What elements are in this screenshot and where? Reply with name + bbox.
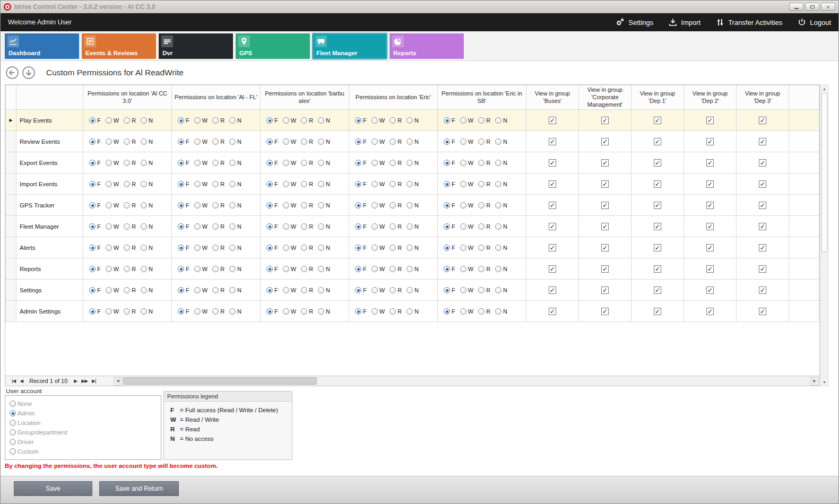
group-checkbox[interactable]: ✓ <box>549 286 556 294</box>
permission-radio-R[interactable]: R <box>212 181 224 187</box>
permission-radio-F[interactable]: F <box>444 160 455 166</box>
group-checkbox[interactable]: ✓ <box>654 265 661 273</box>
permission-radio-N[interactable]: N <box>495 245 507 251</box>
permission-column-header-2[interactable]: Permissions on location 'barbu alex' <box>261 85 349 110</box>
permission-radio-F[interactable]: F <box>444 138 455 145</box>
permission-radio-N[interactable]: N <box>141 202 153 208</box>
permission-radio-R[interactable]: R <box>124 160 136 166</box>
permission-radio-R[interactable]: R <box>212 287 224 293</box>
permission-radio-R[interactable]: R <box>301 202 313 208</box>
permission-radio-N[interactable]: N <box>141 223 153 230</box>
permission-radio-F[interactable]: F <box>89 138 101 145</box>
group-checkbox[interactable]: ✓ <box>759 202 766 209</box>
permission-radio-F[interactable]: F <box>266 245 278 251</box>
grid-row-reports[interactable]: ReportsFWRNFWRNFWRNFWRNFWRN✓✓✓✓✓ <box>6 258 819 280</box>
permission-radio-W[interactable]: W <box>371 138 385 145</box>
permission-radio-F[interactable]: F <box>266 117 278 124</box>
permission-radio-F[interactable]: F <box>444 287 455 293</box>
group-checkbox[interactable]: ✓ <box>706 202 714 209</box>
group-checkbox[interactable]: ✓ <box>549 117 556 124</box>
permission-radio-N[interactable]: N <box>495 160 507 166</box>
permission-radio-F[interactable]: F <box>444 202 455 208</box>
permission-radio-N[interactable]: N <box>141 160 153 166</box>
permission-radio-N[interactable]: N <box>406 138 419 145</box>
permission-radio-R[interactable]: R <box>124 117 136 124</box>
permission-radio-N[interactable]: N <box>318 181 330 187</box>
group-column-header-2[interactable]: View in group 'Dep 1' <box>632 85 684 110</box>
permission-radio-F[interactable]: F <box>444 223 455 230</box>
permission-radio-N[interactable]: N <box>495 287 507 293</box>
permission-radio-W[interactable]: W <box>371 308 385 315</box>
permission-radio-W[interactable]: W <box>194 202 207 208</box>
permission-radio-N[interactable]: N <box>495 181 507 187</box>
permission-radio-F[interactable]: F <box>178 245 189 251</box>
permission-radio-R[interactable]: R <box>301 117 313 124</box>
permission-radio-R[interactable]: R <box>478 117 490 124</box>
permission-radio-R[interactable]: R <box>212 308 224 315</box>
permission-radio-N[interactable]: N <box>406 308 419 315</box>
permission-radio-F[interactable]: F <box>266 181 278 187</box>
permission-radio-F[interactable]: F <box>444 117 455 124</box>
permission-radio-R[interactable]: R <box>390 138 402 145</box>
permission-radio-R[interactable]: R <box>478 202 490 208</box>
header-action-logout[interactable]: Logout <box>797 18 831 27</box>
permission-radio-W[interactable]: W <box>106 266 119 272</box>
group-checkbox[interactable]: ✓ <box>601 117 609 124</box>
permission-radio-R[interactable]: R <box>390 223 402 230</box>
permission-radio-W[interactable]: W <box>106 160 119 166</box>
group-checkbox[interactable]: ✓ <box>706 138 714 145</box>
group-checkbox[interactable]: ✓ <box>706 117 714 124</box>
permission-radio-F[interactable]: F <box>266 308 278 315</box>
permission-radio-F[interactable]: F <box>178 202 189 208</box>
user-account-option-admin[interactable]: Admin <box>10 409 157 418</box>
permission-radio-N[interactable]: N <box>406 202 419 208</box>
group-column-header-3[interactable]: View in group 'Dep 2' <box>684 85 737 110</box>
permission-radio-W[interactable]: W <box>194 138 207 145</box>
permission-radio-W[interactable]: W <box>194 223 207 230</box>
close-button[interactable]: × <box>821 3 835 11</box>
group-checkbox[interactable]: ✓ <box>706 265 714 273</box>
permission-radio-F[interactable]: F <box>355 287 367 293</box>
permission-radio-N[interactable]: N <box>318 245 330 251</box>
permission-radio-N[interactable]: N <box>495 202 507 208</box>
group-checkbox[interactable]: ✓ <box>549 180 556 188</box>
permission-radio-N[interactable]: N <box>141 181 153 187</box>
permission-radio-N[interactable]: N <box>318 287 330 293</box>
permission-radio-F[interactable]: F <box>444 308 455 315</box>
group-checkbox[interactable]: ✓ <box>601 138 609 145</box>
permission-radio-R[interactable]: R <box>478 181 490 187</box>
permission-radio-F[interactable]: F <box>89 202 101 208</box>
tab-events-reviews[interactable]: Events & Reviews <box>82 33 156 59</box>
permission-radio-N[interactable]: N <box>141 245 153 251</box>
permission-radio-N[interactable]: N <box>406 223 419 230</box>
permission-radio-W[interactable]: W <box>283 138 296 145</box>
permission-radio-F[interactable]: F <box>266 202 278 208</box>
down-button[interactable] <box>22 66 35 79</box>
permission-radio-F[interactable]: F <box>355 160 367 166</box>
permission-radio-N[interactable]: N <box>141 287 153 293</box>
group-checkbox[interactable]: ✓ <box>759 286 766 294</box>
group-checkbox[interactable]: ✓ <box>549 308 556 315</box>
nav-next-button[interactable]: ▶ <box>74 378 77 384</box>
vertical-scrollbar[interactable]: ▲ ▼ <box>820 84 828 386</box>
permission-radio-W[interactable]: W <box>283 245 296 251</box>
group-checkbox[interactable]: ✓ <box>706 180 714 188</box>
grid-row-review-events[interactable]: Review EventsFWRNFWRNFWRNFWRNFWRN✓✓✓✓✓ <box>6 131 819 152</box>
permission-radio-F[interactable]: F <box>355 308 367 315</box>
group-checkbox[interactable]: ✓ <box>759 180 766 188</box>
permission-radio-R[interactable]: R <box>212 202 224 208</box>
permission-radio-W[interactable]: W <box>283 223 296 230</box>
permission-radio-W[interactable]: W <box>194 308 207 315</box>
permission-radio-N[interactable]: N <box>495 266 507 272</box>
permission-radio-F[interactable]: F <box>355 223 367 230</box>
permission-radio-R[interactable]: R <box>212 138 224 145</box>
nav-next-page-button[interactable]: ▶▶ <box>81 378 88 384</box>
save-and-return-button[interactable]: Save and Return <box>99 481 179 496</box>
nav-prev-button[interactable]: ◀ <box>20 378 23 384</box>
permission-radio-R[interactable]: R <box>478 223 490 230</box>
permission-radio-F[interactable]: F <box>355 266 367 272</box>
permission-radio-R[interactable]: R <box>301 223 313 230</box>
permission-radio-W[interactable]: W <box>460 138 473 145</box>
grid-row-fleet-manager[interactable]: Fleet ManagerFWRNFWRNFWRNFWRNFWRN✓✓✓✓✓ <box>6 216 819 237</box>
permission-radio-R[interactable]: R <box>478 287 490 293</box>
